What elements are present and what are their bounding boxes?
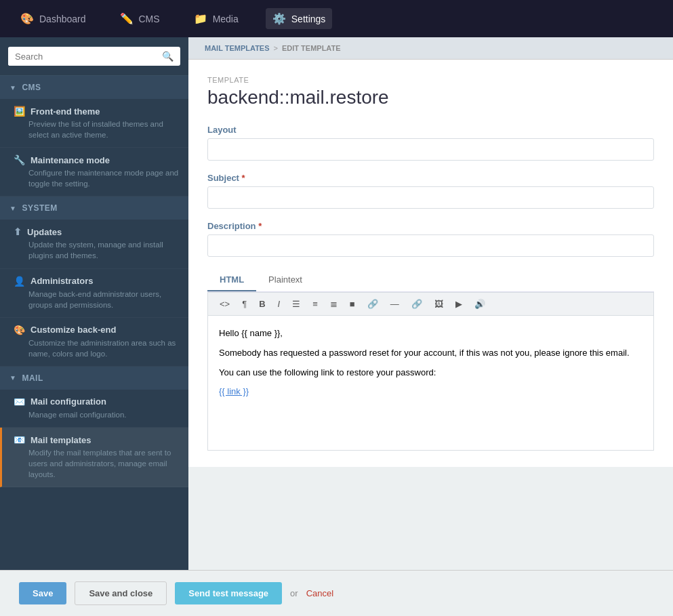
editor-tabs: HTML Plaintext (207, 269, 654, 292)
cancel-button[interactable]: Cancel (306, 588, 333, 598)
front-end-theme-desc: Preview the list of installed themes and… (14, 119, 179, 140)
save-button[interactable]: Save (19, 582, 66, 604)
toolbar-paragraph-btn[interactable]: ¶ (237, 297, 251, 311)
settings-label: Settings (291, 14, 326, 24)
nav-item-dashboard[interactable]: 🎨Dashboard (14, 8, 93, 29)
sidebar-search-container: 🔍 (0, 37, 188, 76)
toolbar-list-ordered-btn[interactable]: ≣ (325, 297, 342, 311)
sidebar-item-mail-configuration[interactable]: ✉️ Mail configuration Manage email confi… (0, 390, 188, 428)
sidebar-item-front-end-theme[interactable]: 🖼️ Front-end theme Preview the list of i… (0, 99, 188, 148)
system-section-label: SYSTEM (22, 203, 57, 213)
editor-body[interactable]: Hello {{ name }}, Somebody has requested… (207, 315, 654, 451)
toolbar-list-unordered-btn[interactable]: ≡ (308, 297, 323, 311)
sidebar-item-maintenance-mode[interactable]: 🔧 Maintenance mode Configure the mainten… (0, 148, 188, 197)
layout-input[interactable]: System (207, 138, 654, 161)
toolbar-audio-btn[interactable]: 🔊 (470, 297, 490, 311)
chevron-down-icon-system: ▼ (9, 205, 16, 212)
media-label: Media (213, 14, 239, 24)
toolbar-link-btn[interactable]: 🔗 (363, 297, 383, 311)
cms-label: CMS (139, 14, 160, 24)
chevron-down-icon-mail: ▼ (9, 374, 16, 382)
search-button[interactable]: 🔍 (155, 47, 180, 66)
toolbar-hr-btn[interactable]: — (386, 297, 404, 311)
editor-link[interactable]: {{ link }} (219, 386, 249, 396)
maintenance-mode-desc: Configure the maintenance mode page and … (14, 167, 179, 189)
content-area: Mail Templates > Edit Template TEMPLATE … (188, 37, 673, 570)
breadcrumb-current: Edit Template (282, 44, 341, 52)
sidebar-item-updates[interactable]: ⬆ Updates Update the system, manage and … (0, 220, 188, 268)
layout-label: Layout (207, 125, 654, 135)
updates-desc: Update the system, manage and install pl… (14, 239, 179, 261)
mail-templates-label: Mail templates (30, 435, 91, 445)
tab-html[interactable]: HTML (207, 269, 256, 291)
breadcrumb-separator: > (274, 44, 278, 52)
editor-line-salutation: Hello {{ name }}, (219, 327, 643, 341)
tab-plaintext[interactable]: Plaintext (256, 269, 314, 291)
top-navigation: 🎨Dashboard✏️CMS📁Media⚙️Settings (0, 0, 673, 37)
toolbar-source-btn[interactable]: <> (215, 297, 234, 311)
toolbar-table-btn[interactable]: ■ (345, 297, 360, 311)
description-required-marker: * (258, 221, 262, 231)
breadcrumb: Mail Templates > Edit Template (188, 37, 673, 60)
subject-label: Subject * (207, 173, 654, 183)
settings-icon: ⚙️ (272, 12, 286, 25)
sidebar-search-inner: 🔍 (8, 47, 180, 66)
template-label: TEMPLATE (207, 76, 654, 84)
nav-item-media[interactable]: 📁Media (187, 8, 245, 29)
subject-group: Subject * Password Reset (207, 173, 654, 209)
description-input[interactable]: Password reset instructions for backend-… (207, 234, 654, 257)
cms-section-header[interactable]: ▼ CMS (0, 76, 188, 99)
toolbar-italic-btn[interactable]: I (273, 297, 285, 311)
mail-templates-icon: 📧 (14, 434, 25, 445)
nav-item-settings[interactable]: ⚙️Settings (266, 8, 333, 29)
toolbar-special-link-btn[interactable]: 🔗 (407, 297, 427, 311)
system-section-header[interactable]: ▼ SYSTEM (0, 197, 188, 220)
editor-line-link-intro: You can use the following link to restor… (219, 366, 643, 380)
nav-item-cms[interactable]: ✏️CMS (113, 8, 167, 29)
administrators-desc: Manage back-end administrator users, gro… (14, 289, 179, 310)
toolbar-bold-btn[interactable]: B (254, 297, 270, 311)
mail-configuration-icon: ✉️ (14, 396, 25, 407)
mail-templates-desc: Modify the mail templates that are sent … (14, 447, 179, 480)
cms-icon: ✏️ (120, 12, 134, 25)
maintenance-mode-label: Maintenance mode (30, 155, 110, 165)
breadcrumb-parent[interactable]: Mail Templates (205, 44, 270, 52)
toolbar-video-btn[interactable]: ▶ (451, 297, 467, 311)
description-label: Description * (207, 221, 654, 231)
sidebar: 🔍 ▼ CMS 🖼️ Front-end theme Preview the l… (0, 37, 188, 570)
subject-input[interactable]: Password Reset (207, 186, 654, 209)
subject-required-marker: * (242, 173, 245, 183)
updates-icon: ⬆ (14, 226, 22, 237)
sidebar-section-cms: ▼ CMS 🖼️ Front-end theme Preview the lis… (0, 76, 188, 197)
customize-desc: Customize the administration area such a… (14, 337, 179, 359)
sidebar-section-system: ▼ SYSTEM ⬆ Updates Update the system, ma… (0, 197, 188, 367)
toolbar-image-btn[interactable]: 🖼 (430, 297, 448, 311)
customize-label: Customize back-end (30, 325, 116, 335)
mail-configuration-label: Mail configuration (30, 396, 106, 407)
send-test-button[interactable]: Send test message (175, 582, 282, 604)
toolbar-align-btn[interactable]: ☰ (287, 297, 305, 311)
sidebar-item-administrators[interactable]: 👤 Administrators Manage back-end adminis… (0, 269, 188, 318)
save-close-button[interactable]: Save and close (75, 581, 167, 605)
sidebar-item-mail-templates[interactable]: 📧 Mail templates Modify the mail templat… (0, 428, 188, 487)
sidebar-item-customize[interactable]: 🎨 Customize back-end Customize the admin… (0, 318, 188, 367)
template-title: backend::mail.restore (207, 87, 654, 108)
search-input[interactable] (8, 47, 155, 66)
editor-line-link: {{ link }} (219, 385, 643, 399)
form-container: TEMPLATE backend::mail.restore Layout Sy… (188, 60, 673, 467)
editor-line-request: Somebody has requested a password reset … (219, 346, 643, 361)
main-layout: 🔍 ▼ CMS 🖼️ Front-end theme Preview the l… (0, 37, 673, 570)
mail-section-label: MAIL (22, 373, 43, 383)
or-text: or (290, 588, 298, 598)
front-end-theme-label: Front-end theme (30, 106, 100, 117)
dashboard-icon: 🎨 (20, 12, 34, 25)
mail-section-header[interactable]: ▼ MAIL (0, 367, 188, 390)
dashboard-label: Dashboard (39, 14, 86, 24)
layout-group: Layout System (207, 125, 654, 161)
description-group: Description * Password reset instruction… (207, 221, 654, 257)
cms-section-label: CMS (22, 83, 41, 92)
administrators-label: Administrators (30, 276, 93, 286)
front-end-theme-icon: 🖼️ (14, 106, 25, 117)
chevron-down-icon: ▼ (9, 84, 16, 91)
editor-toolbar: <> ¶ B I ☰ ≡ ≣ ■ 🔗 — 🔗 🖼 ▶ 🔊 (207, 292, 654, 315)
